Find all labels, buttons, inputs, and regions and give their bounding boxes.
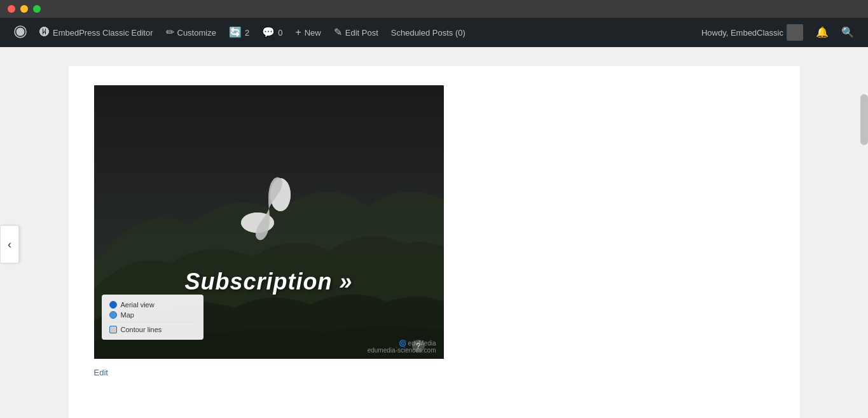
site-name-item[interactable]: 🅦 EmbedPress Classic Editor [33, 18, 160, 47]
edumedia-url-line: edumedia-sciences.com [368, 347, 436, 354]
map-controls: Aerial view Map Contour lines [102, 295, 203, 340]
contour-lines-label: Contour lines [121, 326, 162, 333]
aerial-view-label: Aerial view [121, 301, 155, 309]
main-content: ‹ [0, 47, 868, 418]
page-container: Subscription » Aerial view Map Contour l [69, 66, 800, 418]
aerial-view-dot [109, 301, 117, 309]
updates-count: 2 [245, 28, 249, 38]
edit-post-label: Edit Post [345, 28, 378, 38]
plus-icon: + [295, 27, 301, 38]
notifications-item[interactable]: 🔔 [809, 27, 835, 38]
wp-logo-icon [14, 25, 27, 40]
edumedia-logo-line: 🌀 eduMedia [368, 340, 436, 347]
back-arrow[interactable]: ‹ [0, 225, 19, 263]
bell-icon: 🔔 [816, 27, 829, 38]
chevron-left-icon: ‹ [8, 238, 11, 251]
fullscreen-button[interactable] [33, 5, 41, 13]
comments-icon: 💬 [262, 27, 275, 38]
edit-post-item[interactable]: ✎ Edit Post [327, 18, 385, 47]
aerial-view-row[interactable]: Aerial view [109, 300, 196, 310]
admin-bar-right: Howdy, EmbedClassic 🔔 🔍 [695, 24, 860, 41]
scheduled-posts-label: Scheduled Posts (0) [391, 28, 465, 38]
close-button[interactable] [8, 5, 15, 13]
site-logo-icon: 🅦 [39, 27, 50, 38]
wp-logo-item[interactable] [8, 18, 33, 47]
map-divider [109, 322, 196, 323]
search-item[interactable]: 🔍 [835, 27, 860, 38]
title-bar [0, 0, 868, 18]
comments-count: 0 [278, 28, 282, 38]
customize-icon: ✏ [166, 27, 174, 38]
customize-label: Customize [177, 28, 216, 38]
new-label: New [305, 28, 321, 38]
minimize-button[interactable] [20, 5, 28, 13]
howdy-label: Howdy, EmbedClassic [701, 28, 783, 38]
embed-image: Subscription » Aerial view Map Contour l [94, 85, 444, 359]
scrollbar[interactable] [860, 65, 868, 418]
subscription-text: Subscription » [94, 268, 444, 295]
wp-admin-bar: 🅦 EmbedPress Classic Editor ✏ Customize … [0, 18, 868, 47]
new-content-item[interactable]: + New [289, 18, 327, 47]
updates-icon: 🔄 [229, 27, 242, 38]
comments-item[interactable]: 💬 0 [256, 18, 289, 47]
customize-item[interactable]: ✏ Customize [160, 18, 223, 47]
map-label: Map [121, 311, 134, 319]
map-dot [109, 311, 117, 319]
contour-lines-row[interactable]: Contour lines [109, 324, 196, 335]
avatar-icon [787, 24, 803, 41]
scrollbar-thumb[interactable] [860, 94, 868, 145]
embed-widget: Subscription » Aerial view Map Contour l [94, 85, 444, 359]
edit-link[interactable]: Edit [94, 368, 108, 377]
map-row[interactable]: Map [109, 310, 196, 320]
edumedia-watermark: 🌀 eduMedia edumedia-sciences.com [368, 340, 436, 354]
edit-icon: ✎ [334, 27, 342, 38]
scheduled-posts-item[interactable]: Scheduled Posts (0) [385, 18, 472, 47]
contour-lines-checkbox [109, 326, 117, 333]
pinwheel-logo [231, 171, 307, 247]
howdy-item[interactable]: Howdy, EmbedClassic [695, 24, 809, 41]
updates-item[interactable]: 🔄 2 [223, 18, 256, 47]
search-icon: 🔍 [841, 27, 854, 38]
site-name-label: EmbedPress Classic Editor [53, 28, 153, 38]
